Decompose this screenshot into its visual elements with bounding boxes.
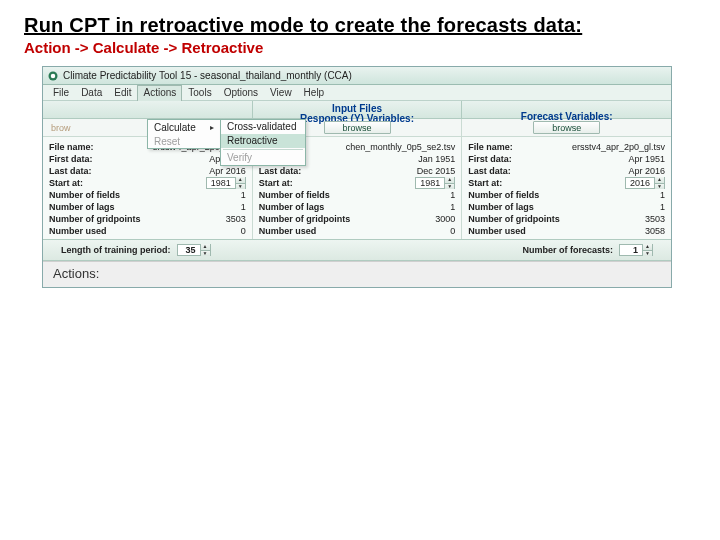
app-window: Climate Predictability Tool 15 - seasona…	[42, 66, 672, 288]
dd-reset: Reset	[148, 134, 220, 148]
menu-data[interactable]: Data	[75, 85, 108, 101]
x-start-value: 1981	[207, 177, 235, 189]
nfore-spinner[interactable]: 1▲▼	[619, 244, 653, 256]
dd-calculate[interactable]: Calculate ▸ Cross-validated Retroactive …	[148, 120, 220, 134]
fv-gp: 3503	[615, 213, 665, 225]
window-title: Climate Predictability Tool 15 - seasona…	[63, 70, 352, 81]
menu-file[interactable]: File	[47, 85, 75, 101]
xv-lags: 1	[196, 201, 246, 213]
titlebar: Climate Predictability Tool 15 - seasona…	[43, 67, 671, 85]
yv-file: chen_monthly_0p5_se2.tsv	[346, 141, 456, 153]
x-start-spinner[interactable]: 1981▲▼	[206, 177, 246, 189]
menu-help[interactable]: Help	[298, 85, 331, 101]
dd-reset-label: Reset	[154, 136, 180, 147]
actions-bar: Actions:	[43, 261, 671, 287]
y-start-spinner[interactable]: 1981▲▼	[415, 177, 455, 189]
yv-gp: 3000	[405, 213, 455, 225]
browse-row: brow browse browse	[43, 119, 671, 137]
menu-edit[interactable]: Edit	[108, 85, 137, 101]
browse-button-y[interactable]: browse	[324, 121, 391, 134]
menu-actions[interactable]: Actions	[137, 85, 182, 101]
sub-verify: Verify	[221, 151, 305, 165]
svg-point-1	[51, 73, 56, 78]
yv-used: 0	[405, 225, 455, 237]
xv-fields: 1	[196, 189, 246, 201]
fv-first: Apr 1951	[615, 153, 665, 165]
f-start-spinner[interactable]: 2016▲▼	[625, 177, 665, 189]
menu-tools[interactable]: Tools	[182, 85, 217, 101]
xl-fields: Number of fields	[49, 189, 120, 201]
submenu-separator	[223, 149, 303, 150]
num-forecasts: Number of forecasts: 1▲▼	[522, 244, 653, 256]
browse-cell-f: browse	[461, 119, 671, 136]
spin-down-icon[interactable]: ▼	[200, 250, 210, 256]
xl-lags: Number of lags	[49, 201, 115, 213]
info-col-f: File name:ersstv4_apr_2p0_gl.tsv First d…	[461, 137, 671, 239]
client-area: File Data Edit Actions Tools Options Vie…	[43, 85, 671, 287]
xv-gp: 3503	[196, 213, 246, 225]
browse-button-f[interactable]: browse	[533, 121, 600, 134]
footer-row: Length of training period: 35▲▼ Number o…	[43, 239, 671, 261]
xl-file: File name:	[49, 141, 94, 153]
spin-down-icon[interactable]: ▼	[642, 250, 652, 256]
fv-file: ersstv4_apr_2p0_gl.tsv	[572, 141, 665, 153]
fv-fields: 1	[615, 189, 665, 201]
nfore-label: Number of forecasts:	[522, 245, 613, 255]
sub-retroactive[interactable]: Retroactive	[221, 134, 305, 148]
xl-start: Start at:	[49, 177, 83, 189]
submenu-arrow-icon: ▸	[210, 123, 214, 132]
yv-first: Jan 1951	[405, 153, 455, 165]
sub-cross-validated[interactable]: Cross-validated	[221, 120, 305, 134]
dd-calculate-label: Calculate	[154, 122, 196, 133]
col-head-y: Input Files Response (Y) Variables:	[252, 101, 462, 118]
browse-placeholder-x: brow	[43, 123, 71, 133]
xl-last: Last data:	[49, 165, 92, 177]
yv-lags: 1	[405, 201, 455, 213]
y-start-value: 1981	[416, 177, 444, 189]
menubar: File Data Edit Actions Tools Options Vie…	[43, 85, 671, 101]
info-row: File name:ersstv4_apr_2p0_gl.tsv First d…	[43, 137, 671, 239]
app-icon	[47, 70, 59, 82]
xv-used: 0	[196, 225, 246, 237]
length-spinner[interactable]: 35▲▼	[177, 244, 211, 256]
slide-title: Run CPT in retroactive mode to create th…	[24, 14, 720, 37]
xl-first: First data:	[49, 153, 93, 165]
yv-fields: 1	[405, 189, 455, 201]
col-head-f: Forecast Variables:	[461, 101, 671, 118]
xl-gp: Number of gridpoints	[49, 213, 141, 225]
f-start-value: 2016	[626, 177, 654, 189]
nfore-value: 1	[620, 245, 642, 255]
col-head-x	[43, 101, 252, 118]
menu-view[interactable]: View	[264, 85, 298, 101]
column-headers: Input Files Response (Y) Variables: Fore…	[43, 101, 671, 119]
fv-lags: 1	[615, 201, 665, 213]
slide-subtitle: Action -> Calculate -> Retroactive	[24, 39, 720, 56]
length-label: Length of training period:	[61, 245, 171, 255]
length-training: Length of training period: 35▲▼	[61, 244, 211, 256]
actions-dropdown: Calculate ▸ Cross-validated Retroactive …	[147, 119, 221, 149]
length-value: 35	[178, 245, 200, 255]
menu-options[interactable]: Options	[218, 85, 264, 101]
fv-used: 3058	[615, 225, 665, 237]
calculate-submenu: Cross-validated Retroactive Verify	[220, 119, 306, 166]
xl-used: Number used	[49, 225, 107, 237]
